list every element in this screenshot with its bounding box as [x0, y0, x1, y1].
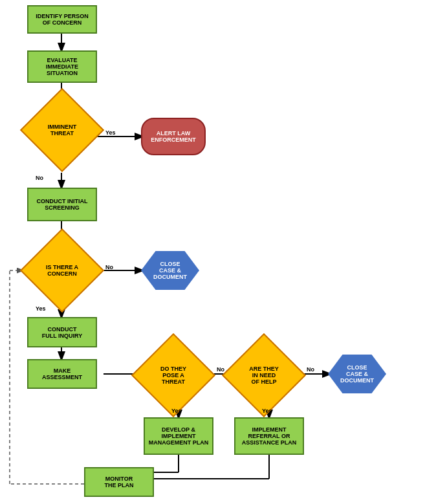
yes1-label: Yes	[105, 129, 116, 136]
is-concern-node: IS THERE A CONCERN	[20, 228, 104, 312]
yes4-label: Yes	[262, 408, 272, 414]
close-case2-node: CLOSE CASE & DOCUMENT	[328, 355, 386, 393]
pose-threat-node: DO THEY POSE A THREAT	[131, 333, 215, 417]
develop-plan-node: DEVELOP & IMPLEMENT MANAGEMENT PLAN	[144, 417, 213, 455]
no4-label: No	[307, 366, 314, 373]
no2-label: No	[105, 264, 113, 270]
yes2-label: Yes	[36, 305, 46, 312]
implement-referral-node: IMPLEMENT REFERRAL OR ASSISTANCE PLAN	[234, 417, 304, 455]
full-inquiry-node: CONDUCT FULL INQUIRY	[27, 317, 97, 347]
imminent-node: IMMINENT THREAT	[20, 88, 104, 172]
close-case1-node: CLOSE CASE & DOCUMENT	[141, 251, 199, 290]
no1-label: No	[36, 175, 43, 181]
monitor-node: MONITOR THE PLAN	[84, 467, 154, 497]
need-help-node: ARE THEY IN NEED OF HELP	[222, 333, 306, 417]
identify-node: IDENTIFY PERSON OF CONCERN	[27, 5, 97, 34]
evaluate-node: EVALUATE IMMEDIATE SITUATION	[27, 50, 97, 83]
alert-node: ALERT LAW ENFORCEMENT	[141, 118, 206, 155]
yes3-label: Yes	[171, 408, 182, 414]
flowchart: IDENTIFY PERSON OF CONCERN EVALUATE IMME…	[0, 0, 425, 504]
no3-label: No	[217, 366, 224, 373]
make-assessment-node: MAKE ASSESSMENT	[27, 359, 97, 389]
conduct-initial-node: CONDUCT INITIAL SCREENING	[27, 188, 97, 221]
